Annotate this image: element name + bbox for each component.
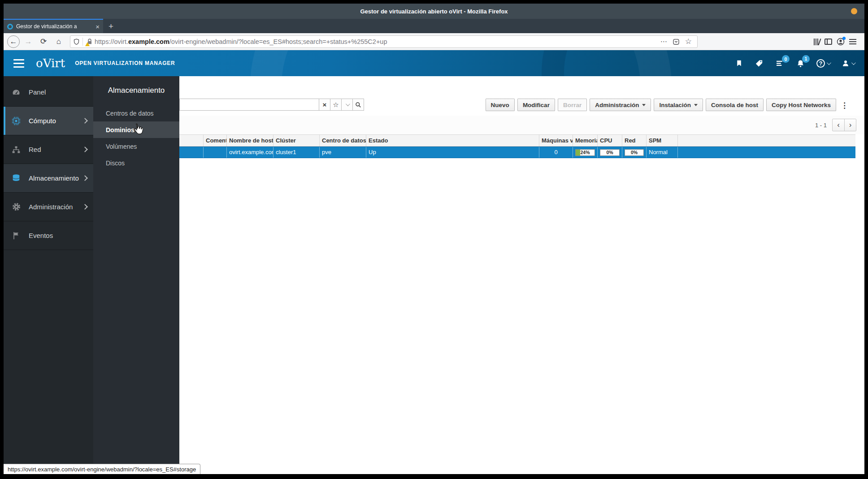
sidebar-item-eventos[interactable]: Eventos — [4, 221, 93, 250]
column-header-memoria[interactable]: Memoria — [573, 135, 598, 146]
search-input[interactable] — [179, 99, 319, 111]
column-header-maquinas-virtuales[interactable]: Máquinas virtuales — [539, 135, 573, 146]
reload-button[interactable]: ⟳ — [37, 35, 50, 48]
sidebar-item-red[interactable]: Red — [4, 135, 93, 164]
forward-button[interactable]: → — [22, 35, 35, 48]
storage-database-icon — [4, 173, 29, 183]
url-text: https://ovirt.example.com/ovirt-engine/w… — [95, 38, 658, 45]
chevron-right-icon — [82, 118, 88, 124]
search-bookmark-button[interactable]: ☆ — [330, 99, 342, 111]
sidebar-item-label: Panel — [29, 88, 46, 96]
host-cell — [678, 147, 855, 158]
host-cell-name: ovirt.example.com — [227, 147, 273, 158]
flyout-item-discos[interactable]: Discos — [93, 155, 179, 171]
sidebars-icon[interactable] — [825, 39, 832, 45]
new-host-button[interactable]: Nuevo — [486, 99, 515, 111]
host-cell-datacenter: pve — [320, 147, 366, 158]
search-clear-button[interactable]: × — [319, 99, 330, 111]
cpu-meter: 0% — [600, 149, 620, 156]
back-button[interactable]: ← — [7, 35, 20, 48]
host-cell-cluster: cluster1 — [273, 147, 320, 158]
column-header-red[interactable]: Red — [622, 135, 647, 146]
pager-buttons: ‹ › — [832, 119, 856, 131]
masthead-icons: 0 1 ? — [735, 59, 855, 68]
user-icon — [842, 59, 850, 67]
home-button[interactable]: ⌂ — [52, 35, 65, 48]
page-actions-icon[interactable]: ⋯ — [658, 38, 670, 46]
column-header-spm[interactable]: SPM — [647, 135, 678, 146]
pagination-range: 1 - 1 — [815, 122, 827, 129]
copy-host-networks-button[interactable]: Copy Host Networks — [766, 99, 836, 111]
kebab-menu-icon[interactable]: ⋮ — [839, 99, 851, 110]
flyout-item-volumenes[interactable]: Volúmenes — [93, 138, 179, 155]
flyout-item-centros-de-datos[interactable]: Centros de datos — [93, 105, 179, 121]
dashboard-gauge-icon — [4, 88, 29, 97]
tracking-protection-shield-icon[interactable] — [73, 38, 80, 45]
host-cell-vms: 0 — [539, 147, 573, 158]
link-preview-statusbar: https://ovirt.example.com/ovirt-engine/w… — [4, 464, 200, 474]
column-header-comentario[interactable]: Comentario — [204, 135, 227, 146]
chevron-right-icon — [82, 147, 88, 152]
url-bar[interactable]: https://ovirt.example.com/ovirt-engine/w… — [70, 35, 698, 48]
search-button[interactable] — [353, 99, 364, 111]
new-tab-button[interactable]: + — [103, 20, 119, 33]
firefox-window: Gestor de virtualización abierto oVirt -… — [4, 4, 864, 474]
installation-dropdown-button[interactable]: Instalación — [654, 99, 703, 111]
caret-down-icon — [694, 104, 698, 106]
tags-icon[interactable] — [755, 59, 764, 68]
window-titlebar: Gestor de virtualización abierto oVirt -… — [4, 4, 864, 19]
storage-flyout-menu: Almacenamiento Centros de datos Dominios… — [93, 76, 179, 474]
pocket-icon[interactable] — [670, 38, 682, 45]
chevron-right-icon — [82, 175, 88, 181]
user-menu[interactable] — [842, 59, 855, 67]
library-icon[interactable] — [814, 38, 820, 45]
chevron-down-icon — [851, 60, 856, 65]
warning-triangle-icon — [85, 42, 90, 46]
urlbar-divider — [82, 38, 83, 46]
column-header-estado[interactable]: Estado — [366, 135, 539, 146]
sidebar-item-panel[interactable]: Panel — [4, 78, 93, 107]
memory-meter: 24% — [575, 149, 595, 156]
host-cell-network: 0% — [622, 147, 647, 158]
help-menu[interactable]: ? — [816, 59, 830, 68]
hosts-table: Comentario Nombre de host o IP Clúster C… — [179, 134, 855, 158]
account-icon[interactable] — [837, 38, 845, 46]
column-header-centro-de-datos[interactable]: Centro de datos — [320, 135, 366, 146]
host-cell-memory: 24% — [573, 147, 598, 158]
host-buttons: Nuevo Modificar Borrar Administración In… — [486, 99, 851, 111]
flag-icon — [4, 231, 29, 240]
chevron-right-icon — [82, 204, 88, 210]
gear-icon — [4, 202, 29, 211]
column-header-cpu[interactable]: CPU — [598, 135, 622, 146]
bookmark-star-icon[interactable]: ☆ — [682, 37, 694, 46]
sidebar-item-computo[interactable]: Cómputo — [4, 107, 93, 135]
host-console-button[interactable]: Consola de host — [706, 99, 764, 111]
tasks-icon[interactable]: 0 — [775, 59, 785, 67]
next-page-button[interactable]: › — [844, 119, 856, 131]
ovirt-masthead: oVirt OPEN VIRTUALIZATION MANAGER 0 1 ? — [4, 50, 864, 76]
remove-host-button[interactable]: Borrar — [558, 99, 587, 111]
sidebar-item-administracion[interactable]: Administración — [4, 193, 93, 221]
sidebar-item-almacenamiento[interactable]: Almacenamiento — [4, 164, 93, 193]
column-header-nombre[interactable]: Nombre de host o IP — [227, 135, 273, 146]
window-control-button[interactable] — [851, 8, 857, 14]
mixed-content-lock-icon[interactable] — [87, 38, 94, 45]
chevron-down-icon — [827, 60, 831, 65]
alerts-bell-icon[interactable]: 1 — [796, 59, 805, 68]
nav-toggle-hamburger-icon[interactable] — [13, 59, 24, 68]
host-cell-spm: Normal — [647, 147, 678, 158]
bookmarks-icon[interactable] — [735, 59, 743, 67]
host-row-selected[interactable]: ovirt.example.com cluster1 pve Up 0 24% — [179, 147, 855, 158]
search-dropdown-button[interactable] — [342, 99, 353, 111]
edit-host-button[interactable]: Modificar — [517, 99, 555, 111]
menu-hamburger-icon[interactable] — [849, 39, 856, 44]
browser-tab[interactable]: Gestor de virtualización a × — [4, 19, 103, 33]
tab-close-icon[interactable]: × — [95, 23, 100, 30]
management-dropdown-button[interactable]: Administración — [590, 99, 651, 111]
column-header-cluster[interactable]: Clúster — [273, 135, 320, 146]
ovirt-favicon-icon — [7, 24, 13, 30]
account-notification-dot — [842, 37, 846, 40]
pagination-bar: 1 - 1 ‹ › — [179, 116, 864, 134]
prev-page-button[interactable]: ‹ — [833, 119, 844, 131]
column-header[interactable] — [179, 135, 204, 146]
